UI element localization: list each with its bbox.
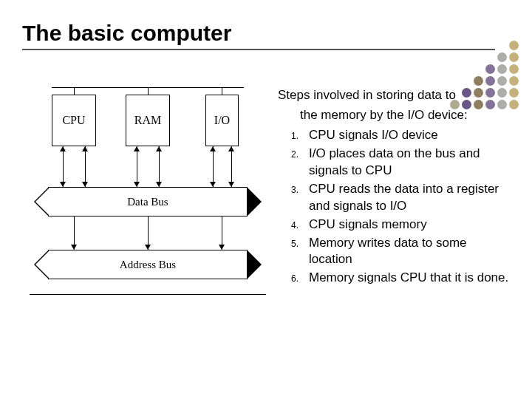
- list-item: 1.CPU signals I/O device: [278, 127, 510, 144]
- step-text: I/O places data on the bus and signals t…: [309, 146, 510, 180]
- title-underline: [22, 49, 495, 50]
- steps-list: 1.CPU signals I/O device 2.I/O places da…: [278, 127, 510, 287]
- diagram-bus-data-label: Data Bus: [127, 196, 168, 208]
- diagram-box-ram: RAM: [126, 95, 170, 146]
- step-number: 5.: [278, 235, 309, 269]
- step-text: CPU signals memory: [309, 216, 510, 233]
- step-text: CPU reads the data into a register and s…: [309, 181, 510, 215]
- architecture-diagram: CPU RAM I/O Data Bus: [22, 87, 273, 324]
- diagram-bus-address-label: Address Bus: [120, 259, 176, 271]
- diagram-box-cpu: CPU: [52, 95, 96, 146]
- step-text: CPU signals I/O device: [309, 127, 510, 144]
- diagram-box-io: I/O: [205, 95, 239, 146]
- list-item: 3.CPU reads the data into a register and…: [278, 181, 510, 215]
- step-number: 6.: [278, 270, 309, 287]
- decorative-dots: [450, 41, 521, 112]
- list-item: 6.Memory signals CPU that it is done.: [278, 270, 510, 287]
- list-item: 4.CPU signals memory: [278, 216, 510, 233]
- steps-text: Steps involved in storing data to the me…: [273, 87, 510, 324]
- list-item: 2.I/O places data on the bus and signals…: [278, 146, 510, 180]
- step-text: Memory signals CPU that it is done.: [309, 270, 510, 287]
- step-number: 2.: [278, 146, 309, 180]
- step-number: 4.: [278, 216, 309, 233]
- page-title: The basic computer: [22, 21, 510, 46]
- step-number: 1.: [278, 127, 309, 144]
- diagram-bus-data: Data Bus: [48, 187, 248, 216]
- list-item: 5.Memory writes data to some location: [278, 235, 510, 269]
- step-text: Memory writes data to some location: [309, 235, 510, 269]
- step-number: 3.: [278, 181, 309, 215]
- diagram-bus-address: Address Bus: [48, 250, 248, 279]
